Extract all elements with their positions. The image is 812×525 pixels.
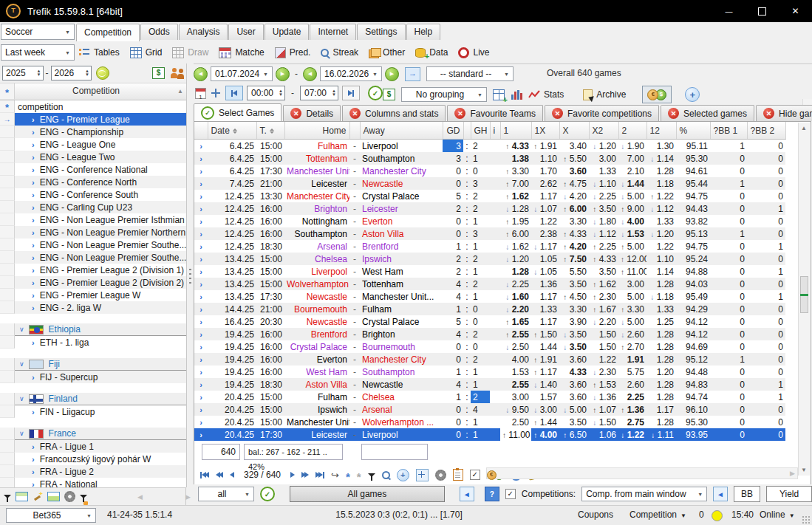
row-expand-icon[interactable]: › bbox=[194, 391, 208, 403]
scroll-up-icon[interactable]: ▲ bbox=[801, 125, 807, 131]
bar-chart-icon[interactable] bbox=[511, 89, 522, 100]
row-expand-icon[interactable]: › bbox=[194, 303, 208, 315]
resize-grip[interactable] bbox=[802, 515, 811, 524]
column-header--bb-1[interactable]: ?BB 1 bbox=[710, 122, 747, 140]
grouping-select[interactable]: No grouping bbox=[401, 87, 487, 102]
table-row[interactable]: ›6.4.2515:00Fulham-Liverpool3:2↑ 4.33↑ 1… bbox=[194, 140, 785, 153]
next-date-from-button[interactable] bbox=[276, 67, 290, 81]
row-expand-icon[interactable]: › bbox=[194, 366, 208, 378]
row-expand-icon[interactable]: › bbox=[194, 265, 208, 278]
tab-selected-games[interactable]: Selected games bbox=[661, 105, 754, 121]
tree-item-competition[interactable]: ENG - Carling Cup U23 bbox=[0, 201, 186, 213]
tree-country-france[interactable]: France bbox=[0, 428, 186, 440]
wizard-icon[interactable] bbox=[33, 492, 43, 502]
teams-icon[interactable] bbox=[171, 68, 186, 79]
prev-record-button[interactable] bbox=[230, 472, 234, 478]
row-expand-icon[interactable]: › bbox=[194, 290, 208, 303]
tree-item-competition[interactable]: ENG - Premier League bbox=[0, 113, 186, 126]
column-header-away[interactable]: Away bbox=[360, 122, 443, 140]
table-row[interactable]: ›13.4.2517:30Newcastle-Manchester Unit..… bbox=[194, 290, 785, 303]
tree-item-competition[interactable]: ENG - Conference North bbox=[0, 176, 186, 188]
add-columns-icon[interactable] bbox=[493, 89, 505, 100]
row-expand-icon[interactable]: › bbox=[194, 202, 208, 215]
maximize-button[interactable] bbox=[746, 0, 779, 22]
last-record-button[interactable] bbox=[315, 472, 324, 478]
row-expand-icon[interactable]: › bbox=[194, 215, 208, 227]
row-expand-icon[interactable]: › bbox=[194, 340, 208, 353]
online-menu[interactable]: Online bbox=[760, 509, 795, 520]
table-row[interactable]: ›20.4.2517:30Leicester-Liverpool0:1↑ 11.… bbox=[194, 428, 785, 441]
tree-item-competition[interactable]: ETH - 1. liga bbox=[0, 336, 186, 349]
row-expand-icon[interactable]: › bbox=[194, 190, 208, 202]
stats-button[interactable]: Stats bbox=[528, 89, 564, 100]
gear-icon[interactable] bbox=[64, 491, 75, 502]
other-button[interactable]: Other bbox=[369, 47, 405, 58]
column-header--bb-2[interactable]: ?BB 2 bbox=[747, 122, 785, 140]
table-row[interactable]: ›19.4.2518:30Aston Villa-Newcastle4:1 2.… bbox=[194, 378, 785, 391]
first-record-button[interactable] bbox=[200, 472, 209, 478]
column-header-gd[interactable]: GD bbox=[443, 122, 463, 140]
table-row[interactable]: ›20.4.2515:00Ipswich-Arsenal0:4↓ 9.50↓ 3… bbox=[194, 403, 785, 416]
archive-button[interactable]: Archive bbox=[583, 89, 626, 100]
streak-button[interactable]: Streak bbox=[321, 47, 358, 58]
row-expand-icon[interactable]: › bbox=[194, 353, 208, 366]
tab-help[interactable]: Help bbox=[406, 24, 441, 40]
tree-item-competition[interactable]: Francouzský ligový pohár W bbox=[0, 453, 186, 465]
table-row[interactable]: ›19.4.2516:00Everton-Manchester City0:2 … bbox=[194, 353, 785, 366]
scroll-down-icon[interactable]: ▼ bbox=[801, 467, 807, 473]
move-view-icon[interactable] bbox=[416, 469, 429, 481]
table-row[interactable]: ›12.4.2516:00Brighton-Leicester2:2↓ 1.28… bbox=[194, 202, 785, 215]
fast-back-button[interactable] bbox=[216, 472, 223, 478]
time-start-button[interactable] bbox=[225, 86, 243, 100]
table-row[interactable]: ›13.4.2515:00Liverpool-West Ham2:1 1.28↓… bbox=[194, 265, 785, 278]
add-record-icon[interactable] bbox=[397, 469, 409, 481]
tree-item-competition[interactable]: FIJ - Supercup bbox=[0, 371, 186, 383]
filter-clear-icon[interactable] bbox=[80, 495, 87, 498]
table-row[interactable]: ›6.4.2515:00Tottenham-Southampton3:1 1.3… bbox=[194, 152, 785, 165]
horizontal-scrollbar[interactable]: ◀ ▶ bbox=[486, 467, 798, 479]
table-row[interactable]: ›19.4.2516:00Brentford-Brighton4:2↑ 2.55… bbox=[194, 328, 785, 340]
tab-details[interactable]: Details bbox=[283, 105, 341, 121]
predictions-button[interactable]: Pred. bbox=[275, 47, 311, 58]
sport-select[interactable]: Soccer bbox=[1, 24, 75, 40]
row-expand-icon[interactable]: › bbox=[194, 253, 208, 265]
column-header-gh[interactable]: GH bbox=[471, 122, 490, 140]
tab-favourite-teams[interactable]: Favourite Teams bbox=[447, 105, 542, 121]
table-row[interactable]: ›7.4.2521:00Leicester-Newcastle0:3↑ 7.00… bbox=[194, 177, 785, 190]
bb-button[interactable]: BB bbox=[734, 486, 760, 502]
competitions-checkbox[interactable] bbox=[505, 489, 516, 499]
table-row[interactable]: ›12.4.2513:30Manchester City-Crystal Pal… bbox=[194, 190, 785, 202]
tab-settings[interactable]: Settings bbox=[357, 24, 405, 40]
tree-country-ethiopia[interactable]: Ethiopia bbox=[0, 323, 186, 336]
tab-competition[interactable]: Competition bbox=[76, 24, 140, 41]
fast-forward-button[interactable] bbox=[301, 472, 309, 478]
tree-item-competition[interactable]: FRA - National bbox=[0, 478, 186, 487]
period-select[interactable]: Last week bbox=[1, 44, 75, 61]
competition-menu[interactable]: Competition bbox=[630, 509, 686, 520]
column-header-1x[interactable]: 1X bbox=[531, 122, 559, 140]
tab-columns-and-stats[interactable]: Columns and stats bbox=[342, 105, 446, 121]
transfer-left-button[interactable] bbox=[460, 487, 474, 501]
tree-item-competition[interactable]: ENG - Premier League 2 (Division 1) bbox=[0, 264, 186, 276]
tree-item-competition[interactable]: FRA - Ligue 1 bbox=[0, 440, 186, 453]
table-row[interactable]: ›20.4.2515:00Fulham-Chelsea1:2 3.00 1.57… bbox=[194, 391, 785, 403]
preset-select[interactable]: -- standard -- bbox=[426, 66, 514, 81]
apply-filter-button[interactable] bbox=[260, 487, 275, 501]
tree-item-competition[interactable]: ENG - Championship bbox=[0, 126, 186, 138]
bookmaker-select[interactable]: Bet365 bbox=[6, 508, 96, 523]
tree-item-competition[interactable]: ENG - Premier League W bbox=[0, 289, 186, 301]
layout-top-icon[interactable] bbox=[16, 492, 28, 501]
row-expand-icon[interactable]: › bbox=[194, 428, 208, 441]
row-expand-icon[interactable]: › bbox=[194, 140, 208, 153]
tree-item-competition[interactable]: ENG - Non League Premier Northern bbox=[0, 226, 186, 239]
panel-splitter[interactable] bbox=[187, 64, 194, 487]
tab-user[interactable]: User bbox=[228, 24, 263, 40]
column-header-i[interactable]: i bbox=[490, 122, 500, 140]
money-icon[interactable] bbox=[152, 67, 165, 79]
tree-item-competition[interactable]: FRA - Ligue 2 bbox=[0, 465, 186, 478]
column-header--[interactable]: % bbox=[676, 122, 710, 140]
row-expand-icon[interactable]: › bbox=[194, 378, 208, 391]
table-row[interactable]: ›13.4.2515:00Chelsea-Ipswich2:2↓ 1.20 1.… bbox=[194, 253, 785, 265]
all-games-button[interactable]: All games bbox=[290, 486, 445, 502]
row-expand-icon[interactable]: › bbox=[194, 177, 208, 190]
